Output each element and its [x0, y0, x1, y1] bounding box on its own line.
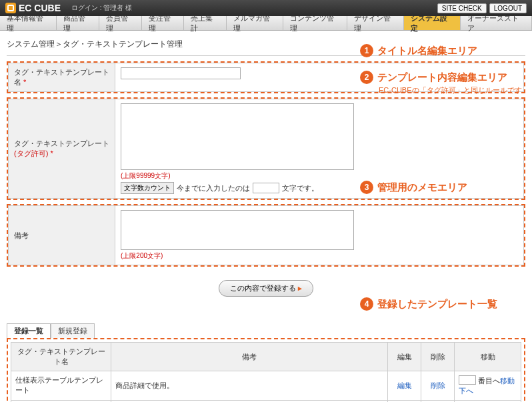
- submit-label: この内容で登録する: [230, 284, 296, 292]
- annotation-text-1: タイトル名編集エリア: [377, 45, 477, 57]
- submit-button[interactable]: この内容で登録する ▸: [219, 280, 313, 297]
- required-mark: *: [50, 149, 53, 157]
- move-cell: 番目へ移動下へ: [455, 371, 521, 401]
- annotation-badge-4: 4: [360, 297, 373, 311]
- count-after: 文字です。: [282, 183, 319, 193]
- nav-tab-5[interactable]: メルマガ管理: [227, 16, 283, 30]
- annotation-1: 1 タイトル名編集エリア: [360, 44, 477, 57]
- login-info: ログイン : 管理者 様: [71, 3, 132, 13]
- annotation-text-2: テンプレート内容編集エリア: [377, 71, 507, 84]
- nav-tab-0[interactable]: 基本情報管理: [0, 16, 57, 30]
- site-check-button[interactable]: SITE CHECK: [437, 3, 487, 13]
- name-label-cell: タグ・テキストテンプレート名 *: [9, 63, 115, 92]
- delete-link[interactable]: 削除: [431, 381, 445, 389]
- edit-link[interactable]: 編集: [397, 381, 412, 389]
- annotation-text-4: 登録したテンプレート一覧: [377, 298, 497, 311]
- template-body-textarea[interactable]: [121, 103, 354, 170]
- logo[interactable]: EC CUBE: [5, 3, 61, 13]
- col-delete: 削除: [421, 343, 455, 371]
- logout-button[interactable]: LOGOUT: [489, 3, 527, 13]
- col-edit: 編集: [388, 343, 421, 371]
- col-memo: 備考: [111, 343, 388, 371]
- template-name-input[interactable]: [121, 67, 241, 79]
- memo-limit: (上限200文字): [121, 252, 163, 259]
- nav-tab-3[interactable]: 受注管理: [142, 16, 185, 30]
- list-tabs: 登録一覧 新規登録: [7, 323, 525, 338]
- nav-tab-2[interactable]: 会員管理: [99, 16, 142, 30]
- annotation-4: 4 登録したテンプレート一覧: [360, 297, 497, 311]
- tab-new[interactable]: 新規登録: [51, 323, 95, 338]
- row-name: 仕様表示テーブルテンプレート: [11, 371, 111, 401]
- memo-section: 備考 (上限200文字): [7, 204, 525, 267]
- annotation-2: 2 テンプレート内容編集エリア: [360, 71, 507, 84]
- nav-tab-6[interactable]: コンテンツ管理: [283, 16, 347, 30]
- nav-tab-4[interactable]: 売上集計: [184, 16, 227, 30]
- table-row: 仕様表示テーブルテンプレート商品詳細で使用。編集削除 番目へ移動下へ: [11, 371, 521, 401]
- move-suffix: 番目へ: [478, 377, 500, 385]
- cube-icon: [5, 3, 16, 13]
- body-limit: (上限99999文字): [121, 172, 170, 179]
- content: システム管理＞タグ・テキストテンプレート管理 1 タイトル名編集エリア タグ・テ…: [0, 31, 532, 402]
- annotation-badge-2: 2: [360, 71, 373, 84]
- required-mark: *: [23, 78, 26, 86]
- memo-label-cell: 備考: [9, 206, 115, 265]
- col-move: 移動: [455, 343, 521, 371]
- char-count-field[interactable]: [253, 183, 279, 193]
- tab-list[interactable]: 登録一覧: [7, 323, 51, 338]
- nav-tab-7[interactable]: デザイン管理: [347, 16, 404, 30]
- annotation-text-3: 管理用のメモエリア: [377, 181, 467, 194]
- char-count-button[interactable]: 文字数カウント: [121, 182, 174, 194]
- move-position-input[interactable]: [459, 375, 476, 385]
- annotation-2-sub: EC-CUBEの「タグ許可」と同じルールです: [379, 85, 522, 95]
- annotation-3: 3 管理用のメモエリア: [360, 181, 467, 194]
- row-memo: 商品詳細で使用。: [111, 371, 388, 401]
- memo-label: 備考: [14, 231, 29, 239]
- logo-text: EC CUBE: [19, 3, 61, 13]
- arrow-icon: ▸: [298, 284, 302, 292]
- template-list-section: タグ・テキストテンプレート名 備考 編集 削除 移動 仕様表示テーブルテンプレー…: [7, 338, 525, 402]
- nav-tab-9[interactable]: オーナーズストア: [461, 16, 532, 30]
- body-label-cell: タグ・テキストテンプレート(タグ許可) *: [9, 99, 115, 199]
- move-dir-link[interactable]: 下へ: [459, 387, 473, 395]
- name-label: タグ・テキストテンプレート名: [14, 68, 109, 86]
- body-label: タグ・テキストテンプレート: [14, 139, 109, 147]
- annotation-badge-1: 1: [360, 44, 373, 57]
- col-name: タグ・テキストテンプレート名: [11, 343, 111, 371]
- nav-tab-1[interactable]: 商品管理: [57, 16, 99, 30]
- count-before: 今までに入力したのは: [177, 183, 250, 193]
- tag-allow-label: (タグ許可): [14, 149, 48, 157]
- main-nav: 基本情報管理商品管理会員管理受注管理売上集計メルマガ管理コンテンツ管理デザイン管…: [0, 16, 532, 31]
- move-link[interactable]: 移動: [500, 377, 515, 385]
- memo-textarea[interactable]: [121, 210, 354, 250]
- annotation-badge-3: 3: [360, 181, 373, 194]
- nav-tab-8[interactable]: システム設定: [404, 16, 461, 30]
